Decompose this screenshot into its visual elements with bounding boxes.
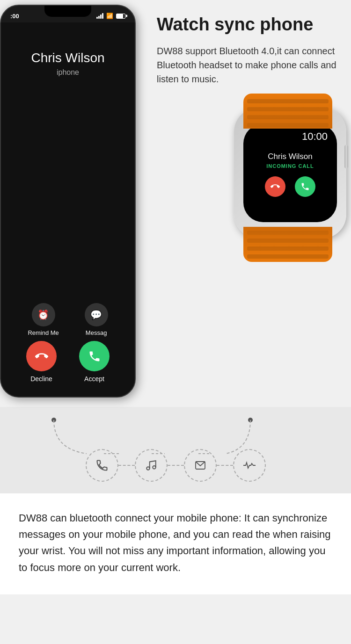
caller-type: iphone (57, 68, 79, 77)
phone-feature-icon (86, 449, 118, 482)
heartrate-feature-icon (233, 449, 266, 482)
watch-time: 10:00 (302, 130, 328, 143)
battery-icon (116, 14, 125, 19)
phone-screen: Chris Wilson iphone ⏰ Remind Me 💬 Messag (1, 22, 135, 397)
feature-title: Watch sync phone (157, 14, 342, 36)
music-feature-icon (135, 449, 168, 482)
bottom-text-section: DW88 can bluetooth connect your mobile p… (0, 493, 351, 594)
message-action[interactable]: 💬 Messag (85, 303, 108, 336)
phone-actions-row: ⏰ Remind Me 💬 Messag (1, 303, 135, 336)
watch-container: 10:00 Chris Wilson INCOMING CALL (225, 94, 351, 253)
phone-container: :00 📶 Chris Wilson iphone (0, 0, 145, 407)
watch-caller-name: Chris Wilson (268, 152, 312, 161)
phone-icons: 📶 (96, 13, 125, 19)
bottom-description: DW88 can bluetooth connect your mobile p… (19, 510, 332, 576)
call-buttons-row: Decline Accept (1, 341, 135, 383)
right-section: Watch sync phone DW88 support Bluetooth … (145, 0, 351, 407)
decline-button[interactable]: Decline (26, 341, 57, 383)
message-label: Messag (86, 329, 107, 336)
signal-bars-icon (96, 13, 103, 19)
remind-icon: ⏰ (32, 303, 55, 326)
watch-accept-button[interactable] (295, 176, 315, 197)
decline-label: Decline (30, 375, 52, 383)
connector-line-1 (118, 465, 135, 466)
svg-point-6 (153, 466, 156, 469)
connector-section (0, 407, 351, 493)
phone-time: :00 (10, 13, 19, 20)
connector-line-2 (168, 465, 184, 466)
phone-body: :00 📶 Chris Wilson iphone (0, 5, 136, 398)
phone-notch (44, 6, 91, 17)
remind-action[interactable]: ⏰ Remind Me (28, 303, 58, 336)
watch-screen: 10:00 Chris Wilson INCOMING CALL (243, 124, 337, 222)
caller-name: Chris Wilson (31, 51, 104, 65)
watch-decline-button[interactable] (265, 176, 285, 197)
accept-button[interactable]: Accept (79, 341, 110, 383)
mail-feature-icon (184, 449, 217, 482)
watch-crown (344, 145, 348, 168)
feature-desc: DW88 support Bluetooth 4.0,it can connec… (157, 44, 342, 86)
svg-point-5 (146, 467, 150, 470)
feature-icons-row (86, 449, 266, 482)
watch-incoming-label: INCOMING CALL (266, 163, 314, 169)
wifi-icon: 📶 (106, 13, 113, 19)
accept-icon (79, 341, 110, 371)
decline-icon (26, 341, 57, 371)
connector-line-3 (217, 465, 233, 466)
accept-label: Accept (84, 375, 104, 383)
top-section: :00 📶 Chris Wilson iphone (0, 0, 351, 407)
watch-call-buttons (265, 176, 315, 197)
message-icon: 💬 (85, 303, 108, 326)
remind-label: Remind Me (28, 329, 58, 336)
